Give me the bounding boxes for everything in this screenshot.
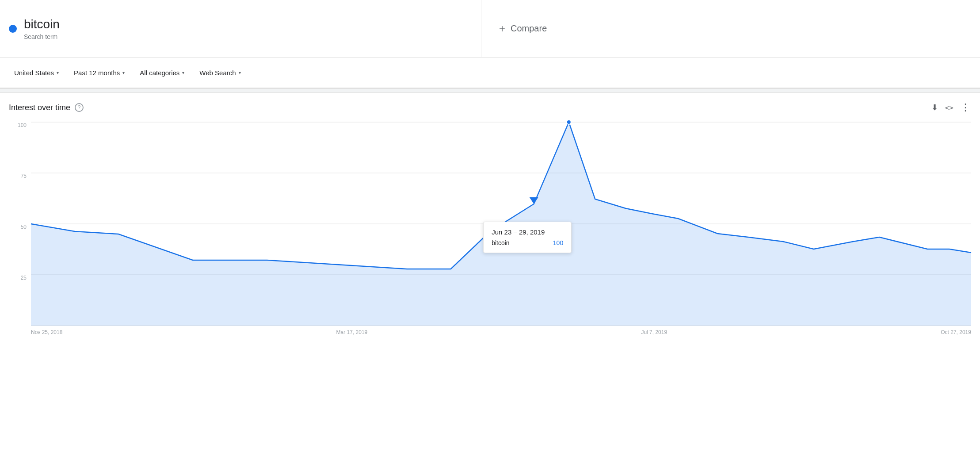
peak-data-point — [567, 120, 571, 124]
section-divider — [0, 88, 980, 93]
y-label-75: 75 — [9, 173, 27, 179]
x-label-jul: Jul 7, 2019 — [641, 329, 667, 335]
categories-label: All categories — [140, 69, 179, 77]
search-type-filter[interactable]: Web Search ▾ — [194, 65, 246, 80]
categories-chevron: ▾ — [182, 70, 184, 75]
search-term-text: bitcoin Search term — [24, 17, 60, 40]
categories-filter[interactable]: All categories ▾ — [134, 65, 190, 80]
location-chevron: ▾ — [57, 70, 59, 75]
y-axis-labels: 25 50 75 100 — [9, 122, 27, 326]
x-label-oct: Oct 27, 2019 — [941, 329, 971, 335]
compare-section[interactable]: + Compare — [481, 23, 971, 35]
time-range-chevron: ▾ — [122, 70, 125, 75]
x-label-mar: Mar 17, 2019 — [336, 329, 368, 335]
filters-bar: United States ▾ Past 12 months ▾ All cat… — [0, 58, 980, 88]
chart-section: Interest over time ? ⬇ <> ⋮ 25 50 75 100 — [0, 93, 980, 343]
header-bar: bitcoin Search term + Compare — [0, 0, 980, 58]
search-term-label: Search term — [24, 33, 60, 40]
tooltip-value: 100 — [553, 239, 563, 246]
plus-icon: + — [499, 23, 505, 35]
y-label-25: 25 — [9, 275, 27, 281]
help-icon-text: ? — [78, 104, 81, 111]
tooltip-row: bitcoin 100 — [492, 239, 563, 246]
x-axis-labels: Nov 25, 2018 Mar 17, 2019 Jul 7, 2019 Oc… — [31, 326, 971, 343]
location-label: United States — [14, 69, 54, 77]
chart-title: Interest over time — [9, 103, 70, 112]
help-icon[interactable]: ? — [75, 103, 84, 112]
chart-actions: ⬇ <> ⋮ — [931, 102, 971, 113]
search-type-chevron: ▾ — [239, 70, 241, 75]
embed-icon[interactable]: <> — [945, 104, 953, 112]
x-label-nov: Nov 25, 2018 — [31, 329, 62, 335]
search-type-label: Web Search — [199, 69, 236, 77]
tooltip-box: Jun 23 – 29, 2019 bitcoin 100 — [483, 222, 572, 253]
chart-title-group: Interest over time ? — [9, 103, 84, 112]
compare-label: Compare — [511, 23, 547, 34]
y-label-50: 50 — [9, 224, 27, 230]
chart-header: Interest over time ? ⬇ <> ⋮ — [9, 102, 971, 113]
more-options-icon[interactable]: ⋮ — [961, 102, 971, 113]
search-term-name: bitcoin — [24, 17, 60, 31]
download-icon[interactable]: ⬇ — [931, 103, 938, 112]
tooltip-term: bitcoin — [492, 239, 509, 246]
search-term-section: bitcoin Search term — [9, 0, 481, 57]
chart-container: 25 50 75 100 Jun 23 – 29, 2019 — [9, 122, 971, 343]
search-term-dot — [9, 25, 17, 33]
tooltip-date: Jun 23 – 29, 2019 — [492, 228, 563, 236]
y-label-100: 100 — [9, 122, 27, 128]
location-filter[interactable]: United States ▾ — [9, 65, 64, 80]
time-range-label: Past 12 months — [74, 69, 120, 77]
time-range-filter[interactable]: Past 12 months ▾ — [69, 65, 130, 80]
